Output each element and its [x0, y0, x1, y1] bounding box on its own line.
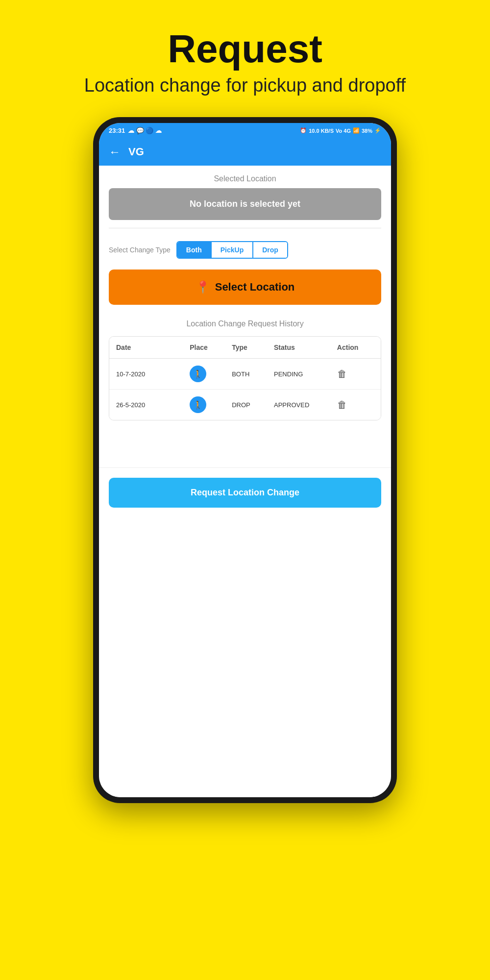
divider-1	[109, 228, 381, 228]
bottom-btn-area: Request Location Change	[99, 467, 391, 522]
page-header: Request Location change for pickup and d…	[74, 0, 416, 112]
pin-icon: 📍	[196, 280, 210, 294]
toggle-both[interactable]: Both	[177, 242, 212, 258]
table-row: 26-5-2020 🚶 DROP APPROVED 🗑	[109, 390, 381, 420]
table-header: Date Place Type Status Action	[109, 337, 381, 359]
col-place: Place	[190, 343, 232, 351]
status-icons: ☁ 💬 🔵 ☁	[128, 127, 162, 134]
back-button[interactable]: ←	[109, 145, 121, 159]
phone-frame: 23:31 ☁ 💬 🔵 ☁ ⏰ 10.0 KB/S Vo 4G 📶 38% ⚡ …	[93, 117, 397, 803]
row1-place-icon: 🚶	[190, 366, 206, 382]
speed-label: 10.0 KB/S	[309, 128, 334, 134]
row1-type: BOTH	[232, 370, 274, 378]
page-subtitle: Location change for pickup and dropoff	[84, 74, 406, 98]
status-right: ⏰ 10.0 KB/S Vo 4G 📶 38% ⚡	[300, 127, 381, 134]
row1-status: PENDING	[274, 370, 337, 378]
col-action: Action	[337, 343, 374, 351]
col-status: Status	[274, 343, 337, 351]
select-location-button[interactable]: 📍 Select Location	[109, 270, 381, 305]
content-area: Selected Location No location is selecte…	[99, 166, 391, 797]
network-label: Vo 4G	[336, 128, 351, 134]
row2-delete-button[interactable]: 🗑	[337, 399, 374, 411]
phone-inner: 23:31 ☁ 💬 🔵 ☁ ⏰ 10.0 KB/S Vo 4G 📶 38% ⚡ …	[99, 123, 391, 797]
status-time: 23:31	[109, 127, 125, 134]
change-type-label: Select Change Type	[109, 246, 171, 254]
row2-place-icon: 🚶	[190, 396, 206, 413]
history-section: Location Change Request History Date Pla…	[99, 315, 391, 428]
history-title: Location Change Request History	[109, 319, 381, 328]
alarm-icon: ⏰	[300, 127, 307, 134]
status-bar: 23:31 ☁ 💬 🔵 ☁ ⏰ 10.0 KB/S Vo 4G 📶 38% ⚡	[99, 123, 391, 138]
row2-status: APPROVED	[274, 401, 337, 409]
row2-date: 26-5-2020	[116, 401, 190, 409]
app-bar: ← VG	[99, 138, 391, 166]
history-table: Date Place Type Status Action 10-7-2020 …	[109, 336, 381, 420]
table-row: 10-7-2020 🚶 BOTH PENDING 🗑	[109, 359, 381, 390]
request-btn-text: Request Location Change	[191, 488, 299, 497]
spacer	[99, 428, 391, 467]
location-placeholder-box: No location is selected yet	[109, 188, 381, 220]
selected-location-label: Selected Location	[99, 166, 391, 188]
change-type-row: Select Change Type Both PickUp Drop	[99, 236, 391, 267]
battery-label: 38%	[362, 128, 372, 134]
battery-icon: ⚡	[374, 127, 381, 134]
row1-date: 10-7-2020	[116, 370, 190, 378]
toggle-pickup[interactable]: PickUp	[212, 242, 253, 258]
select-location-text: Select Location	[215, 281, 295, 294]
request-location-change-button[interactable]: Request Location Change	[109, 478, 381, 508]
row2-type: DROP	[232, 401, 274, 409]
row1-delete-button[interactable]: 🗑	[337, 368, 374, 380]
col-type: Type	[232, 343, 274, 351]
location-placeholder-text: No location is selected yet	[190, 199, 300, 209]
toggle-group: Both PickUp Drop	[176, 241, 288, 259]
page-title: Request	[84, 29, 406, 69]
col-date: Date	[116, 343, 190, 351]
toggle-drop[interactable]: Drop	[253, 242, 287, 258]
signal-icon: 📶	[353, 127, 360, 134]
status-left: 23:31 ☁ 💬 🔵 ☁	[109, 127, 162, 134]
app-bar-title: VG	[128, 146, 144, 158]
